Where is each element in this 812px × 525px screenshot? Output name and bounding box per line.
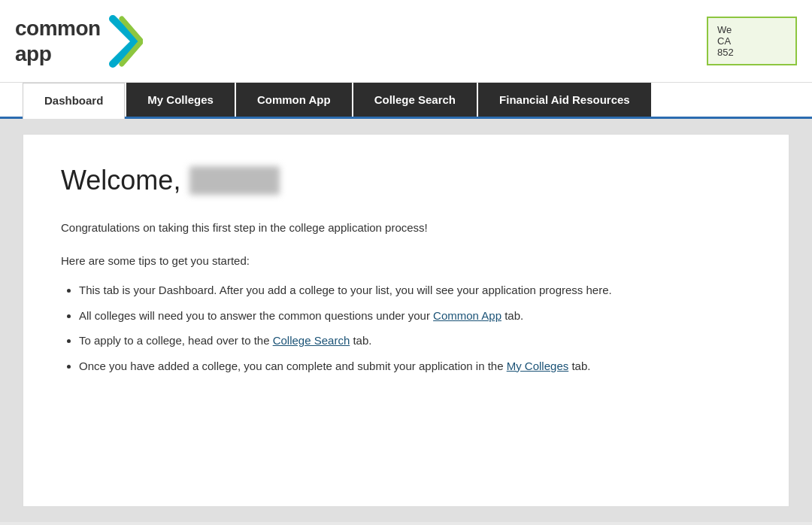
header: commonapp We CA 852 — [0, 0, 812, 83]
list-item: Once you have added a college, you can c… — [79, 357, 751, 376]
logo-area: commonapp — [15, 15, 143, 68]
welcome-heading: Welcome, — [61, 165, 751, 196]
tip-3-after: tab. — [350, 334, 371, 347]
main-wrapper: Welcome, Congratulations on taking this … — [0, 119, 812, 522]
tips-intro: Here are some tips to get you started: — [61, 252, 751, 270]
list-item: All colleges will need you to answer the… — [79, 306, 751, 326]
tip-1-text: This tab is your Dashboard. After you ad… — [79, 284, 612, 296]
college-search-link[interactable]: College Search — [273, 334, 350, 347]
logo-chevron-icon — [105, 15, 143, 68]
tip-3-before: To apply to a college, head over to the — [79, 334, 273, 347]
tab-financial-aid[interactable]: Financial Aid Resources — [478, 83, 651, 117]
nav-tabs: Dashboard My Colleges Common App College… — [0, 83, 812, 119]
user-badge: We CA 852 — [707, 17, 797, 65]
tab-my-colleges[interactable]: My Colleges — [126, 83, 235, 117]
common-app-link[interactable]: Common App — [433, 309, 501, 322]
content-card: Welcome, Congratulations on taking this … — [23, 134, 789, 507]
tip-2-after: tab. — [501, 309, 523, 322]
logo: commonapp — [15, 16, 101, 66]
list-item: To apply to a college, head over to the … — [79, 331, 751, 351]
welcome-prefix: Welcome, — [61, 165, 180, 196]
tip-4-after: tab. — [568, 360, 590, 372]
list-item: This tab is your Dashboard. After you ad… — [79, 281, 751, 300]
logo-text: commonapp — [15, 16, 101, 66]
tab-dashboard[interactable]: Dashboard — [23, 83, 125, 119]
tips-list: This tab is your Dashboard. After you ad… — [61, 281, 751, 375]
tab-college-search[interactable]: College Search — [353, 83, 477, 117]
congrats-text: Congratulations on taking this first ste… — [61, 219, 751, 237]
tip-4-before: Once you have added a college, you can c… — [79, 360, 507, 372]
my-colleges-link[interactable]: My Colleges — [507, 360, 569, 372]
tip-2-before: All colleges will need you to answer the… — [79, 309, 433, 322]
welcome-name-blurred — [189, 166, 280, 195]
tab-common-app[interactable]: Common App — [236, 83, 352, 117]
